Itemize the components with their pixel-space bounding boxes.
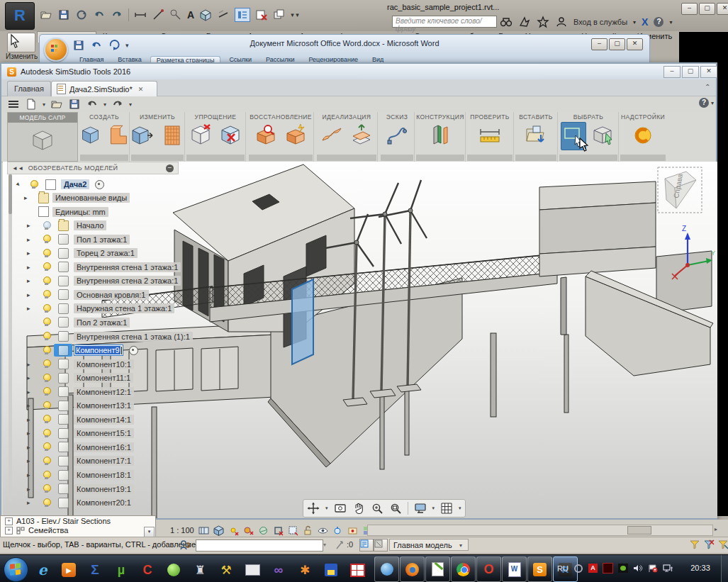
ribbon-group-repair[interactable]: ВОССТАНОВЛЕНИЕ <box>248 112 314 162</box>
visibility-bulb-icon[interactable] <box>43 249 50 258</box>
unlock-view-icon[interactable] <box>303 525 313 536</box>
help-caret-icon[interactable]: ▾ <box>711 100 714 106</box>
rename-input[interactable]: Компонент9 <box>74 345 123 356</box>
visibility-bulb-icon[interactable] <box>43 429 50 438</box>
tree-row[interactable]: ▸Начало <box>7 219 18 232</box>
display-style-icon[interactable] <box>414 502 427 515</box>
zoom-window-icon[interactable] <box>389 502 402 515</box>
new-file-caret-icon[interactable]: ▾ <box>43 101 45 108</box>
visibility-bulb-icon[interactable] <box>43 346 50 355</box>
taskbar-running-opera[interactable]: O <box>476 556 501 582</box>
group-dropdown[interactable] <box>249 155 313 161</box>
tray-network-icon[interactable] <box>663 564 673 573</box>
group-dropdown[interactable] <box>80 155 128 161</box>
visibility-bulb-icon[interactable] <box>43 498 50 508</box>
group-dropdown[interactable] <box>515 155 556 161</box>
worksets-combo[interactable] <box>196 539 323 552</box>
expand-arrow-icon[interactable]: ▸ <box>15 181 22 188</box>
favorites-star-icon[interactable] <box>537 16 549 28</box>
combo-caret-icon[interactable]: ▾ <box>459 542 462 549</box>
visibility-bulb-icon[interactable] <box>43 235 50 244</box>
tree-item-label[interactable]: Компонент17:1 <box>74 456 134 466</box>
expand-arrow-icon[interactable]: ▸ <box>27 222 30 229</box>
close-button[interactable]: ✕ <box>700 66 717 78</box>
close-button[interactable]: ✕ <box>717 3 728 15</box>
browser-item-sheet[interactable]: + A103 - Elev./ Stair Sections <box>5 517 111 525</box>
start-button[interactable] <box>4 557 28 582</box>
browser-dropdown-icon[interactable]: ▾ <box>144 527 155 537</box>
visibility-bulb-icon[interactable] <box>43 262 50 272</box>
ribbon-group-simplify[interactable]: УПРОЩЕНИЕ <box>186 112 246 162</box>
redo-caret-icon[interactable]: ▾ <box>129 101 132 108</box>
visibility-bulb-icon[interactable] <box>43 387 50 396</box>
taskbar-running-notepad[interactable] <box>425 556 450 582</box>
save-icon[interactable] <box>57 9 70 21</box>
tree-item-label[interactable]: Компонент15:1 <box>74 428 134 438</box>
binoculars-icon[interactable] <box>500 16 513 28</box>
tray-adobe-icon[interactable]: A <box>588 564 598 573</box>
taskbar-running-firefox[interactable] <box>400 556 425 582</box>
expand-arrow-icon[interactable]: ▸ <box>27 457 30 464</box>
expand-arrow-icon[interactable]: ▸ <box>27 305 30 312</box>
visibility-bulb-icon[interactable] <box>43 442 50 452</box>
model-browser-header[interactable]: ◄◄ ОБОЗРЕВАТЕЛЬ МОДЕЛЕЙ – <box>7 162 179 174</box>
project-browser[interactable]: + A103 - Elev./ Stair Sections + Семейст… <box>0 515 156 538</box>
active-design-option-combo[interactable]: Главная модель <box>389 539 469 551</box>
tray-adobe-flash-icon[interactable] <box>603 563 613 573</box>
tray-action-center-icon[interactable] <box>648 564 658 573</box>
collapse-panel-icon[interactable]: ◄◄ <box>12 165 24 172</box>
expand-arrow-icon[interactable]: ▸ <box>27 402 30 409</box>
close-button[interactable]: ✕ <box>627 38 643 50</box>
model-line-icon[interactable] <box>152 9 164 21</box>
rendering-dialog-icon[interactable] <box>258 525 269 536</box>
pan-hand-icon[interactable] <box>352 502 365 515</box>
taskbar-running-word-doc[interactable]: W <box>502 556 527 582</box>
minimize-button[interactable]: – <box>663 66 681 78</box>
visibility-bulb-icon[interactable] <box>43 276 50 286</box>
revit-modify-select-button[interactable] <box>7 33 35 52</box>
expand-arrow-icon[interactable]: ▸ <box>27 236 30 243</box>
tree-item-label[interactable]: Компонент12:1 <box>74 387 134 397</box>
tree-row[interactable]: ▸Именованные виды <box>7 191 18 204</box>
browser-item-label[interactable]: Семейства <box>28 526 68 535</box>
tree-item-label[interactable]: Основная кровля:1 <box>74 290 149 300</box>
simplify-remove-face-icon[interactable] <box>218 122 242 149</box>
switch-windows-icon[interactable] <box>273 9 286 21</box>
expand-arrow-icon[interactable]: ▸ <box>27 499 30 506</box>
taskbar-sigma-icon[interactable]: Σ <box>86 561 103 578</box>
view-scale[interactable]: 1 : 100 <box>170 526 194 535</box>
exchange-apps-icon[interactable]: X <box>642 16 648 28</box>
expand-plus-icon[interactable]: + <box>5 527 13 535</box>
new-file-icon[interactable] <box>25 98 38 111</box>
search-input[interactable]: Введите ключевое слово/фразу <box>392 16 497 28</box>
simstudio-window[interactable]: S Autodesk SimStudio Tools 2016 – ▢ ✕ Гл… <box>0 62 717 520</box>
tree-item-label[interactable]: Наружная стена 1 этажа:1 <box>74 303 174 313</box>
close-hidden-icon[interactable] <box>255 9 268 21</box>
display-caret-icon[interactable]: ▾ <box>432 505 435 511</box>
zoom-icon[interactable] <box>371 502 383 515</box>
editing-requests-icon[interactable] <box>335 539 345 551</box>
tree-item-label[interactable]: Именованные виды <box>52 193 130 203</box>
visual-style-icon[interactable] <box>213 525 224 536</box>
maximize-button[interactable]: ▢ <box>682 66 699 78</box>
grid-icon[interactable] <box>440 502 453 515</box>
tree-item-label[interactable]: Компонент20:1 <box>74 498 134 508</box>
visibility-bulb-icon[interactable] <box>43 318 50 327</box>
ribbon-group-addins[interactable]: НАДСТРОЙКИ <box>620 112 666 162</box>
taskbar-tools-icon[interactable]: ⚒ <box>218 561 235 578</box>
expand-arrow-icon[interactable]: ▸ <box>27 374 30 381</box>
group-dropdown[interactable] <box>186 155 245 161</box>
ribbon-group-create[interactable]: СОЗДАТЬ <box>79 112 130 162</box>
redo-icon[interactable] <box>111 9 123 21</box>
simstudio-titlebar[interactable]: S Autodesk SimStudio Tools 2016 <box>1 64 716 79</box>
selected-component-highlight[interactable] <box>292 279 313 364</box>
options-edit-icon[interactable] <box>374 539 388 552</box>
taskbar-burst-icon[interactable]: ✱ <box>296 561 313 578</box>
scroll-right-icon[interactable]: ▸ <box>715 526 717 532</box>
group-dropdown[interactable] <box>559 155 617 161</box>
tray-volume-icon[interactable] <box>633 564 643 573</box>
tab-home[interactable]: Главная <box>7 81 51 96</box>
tree-item-label[interactable]: Компонент14:1 <box>74 415 134 425</box>
text-icon[interactable]: A <box>187 9 194 21</box>
select-solid-icon[interactable] <box>592 122 616 149</box>
